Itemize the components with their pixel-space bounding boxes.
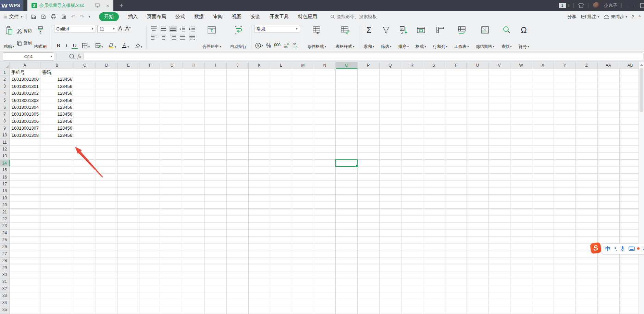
column-header-P[interactable]: P xyxy=(358,62,380,69)
help-button[interactable]: ? xyxy=(632,14,634,19)
wps-logo[interactable]: W WPS xyxy=(0,0,23,11)
row-header-33[interactable]: 33 xyxy=(0,292,10,299)
menu-tab-3[interactable]: 页面布局 xyxy=(147,12,166,21)
format-button[interactable]: 格式▾ xyxy=(414,24,428,50)
row-header-28[interactable]: 28 xyxy=(0,258,10,264)
increase-font-button[interactable]: A+ xyxy=(119,26,124,32)
rows-cols-button[interactable]: 行和列▾ xyxy=(431,24,449,50)
italic-button[interactable]: I xyxy=(64,42,69,49)
row-header-10[interactable]: 10 xyxy=(0,132,10,139)
bold-button[interactable]: B xyxy=(55,42,62,49)
ime-mic-icon[interactable] xyxy=(620,246,625,252)
row-header-11[interactable]: 11 xyxy=(0,139,10,146)
row-header-32[interactable]: 32 xyxy=(0,285,10,292)
row-header-7[interactable]: 7 xyxy=(0,111,10,118)
row-header-22[interactable]: 22 xyxy=(0,215,10,222)
ime-punctuation-button[interactable]: °, xyxy=(614,246,617,251)
column-header-O[interactable]: O xyxy=(336,62,358,69)
ime-keyboard-icon[interactable] xyxy=(629,246,635,251)
collapse-ribbon-button[interactable]: ^ xyxy=(639,14,641,19)
column-header-Z[interactable]: Z xyxy=(576,62,598,69)
insert-function-search-icon[interactable] xyxy=(69,53,75,60)
cell-B5[interactable]: 123456 xyxy=(40,97,74,104)
cell-B2[interactable]: 123456 xyxy=(40,76,74,83)
row-header-12[interactable]: 12 xyxy=(0,146,10,153)
column-header-S[interactable]: S xyxy=(423,62,445,69)
column-header-K[interactable]: K xyxy=(249,62,271,69)
align-left-button[interactable] xyxy=(150,34,158,40)
align-middle-button[interactable] xyxy=(159,26,168,32)
column-header-W[interactable]: W xyxy=(510,62,532,69)
menu-tab-7[interactable]: 视图 xyxy=(232,12,242,21)
increase-decimal-button[interactable]: ←.0.00 xyxy=(284,43,289,49)
print-preview-icon[interactable] xyxy=(61,14,66,19)
currency-button[interactable]: ¥ ▾ xyxy=(255,42,263,49)
highlight-color-button[interactable]: ▾ xyxy=(107,42,117,49)
align-center-button[interactable] xyxy=(159,34,168,40)
row-header-24[interactable]: 24 xyxy=(0,230,10,236)
align-bottom-button[interactable] xyxy=(169,26,177,32)
row-header-1[interactable]: 1 xyxy=(0,69,10,76)
row-header-26[interactable]: 26 xyxy=(0,244,10,250)
sync-status-button[interactable]: 未同步 ▾ xyxy=(604,14,627,20)
column-header-R[interactable]: R xyxy=(401,62,423,69)
cut-button[interactable]: 剪切 xyxy=(17,28,32,34)
notification-badge[interactable]: 1 xyxy=(559,3,566,8)
scroll-up-arrow-icon[interactable] xyxy=(640,64,643,66)
column-header-U[interactable]: U xyxy=(467,62,488,69)
freeze-panes-button[interactable]: 冻结窗格▾ xyxy=(474,24,496,50)
cell-A2[interactable]: 16013001300 xyxy=(10,76,40,83)
conditional-format-button[interactable]: ≠ 条件格式▾ xyxy=(306,24,328,50)
cell-A5[interactable]: 16013001303 xyxy=(10,97,40,104)
cell-B4[interactable]: 123456 xyxy=(40,90,74,97)
cell-B8[interactable]: 123456 xyxy=(40,118,74,125)
comment-button[interactable]: 批注 ▾ xyxy=(581,14,599,20)
filter-button[interactable]: 筛选▾ xyxy=(379,24,393,50)
underline-button[interactable]: U xyxy=(72,42,78,49)
formula-input[interactable] xyxy=(84,53,643,60)
cell-B6[interactable]: 123456 xyxy=(40,104,74,111)
font-family-select[interactable]: Calibri ▾ xyxy=(54,25,96,33)
file-menu-button[interactable]: ≡ 文件 ▾ xyxy=(4,14,22,20)
justify-button[interactable] xyxy=(178,34,187,40)
column-header-N[interactable]: N xyxy=(314,62,336,69)
cell-A10[interactable]: 16013001308 xyxy=(10,132,40,139)
user-name[interactable]: 小丸子 xyxy=(604,2,617,9)
percent-button[interactable]: % xyxy=(266,43,271,49)
column-header-Y[interactable]: Y xyxy=(554,62,576,69)
sum-button[interactable]: Σ 求和▾ xyxy=(362,24,376,50)
ime-more-icon[interactable] xyxy=(642,246,644,252)
menu-tab-5[interactable]: 数据 xyxy=(194,12,204,21)
export-pdf-icon[interactable] xyxy=(41,14,46,19)
user-avatar[interactable] xyxy=(593,2,600,9)
cell-A7[interactable]: 16013001305 xyxy=(10,111,40,118)
menu-tab-6[interactable]: 审阅 xyxy=(213,12,223,21)
column-header-D[interactable]: D xyxy=(96,62,118,69)
window-restore-button[interactable] xyxy=(640,3,644,8)
row-header-34[interactable]: 34 xyxy=(0,299,10,306)
decrease-decimal-button[interactable]: .00→.0 xyxy=(292,43,297,49)
borders-button[interactable]: ▾ xyxy=(80,42,91,49)
row-header-30[interactable]: 30 xyxy=(0,271,10,278)
menu-tab-1[interactable]: 开始 xyxy=(99,12,119,21)
find-button[interactable]: 查找▾ xyxy=(499,24,513,50)
share-button[interactable]: 分享 xyxy=(568,14,577,20)
column-header-L[interactable]: L xyxy=(270,62,292,69)
column-header-V[interactable]: V xyxy=(488,62,510,69)
save-icon[interactable] xyxy=(31,14,36,19)
symbol-button[interactable]: Ω 符号▾ xyxy=(517,24,531,50)
ime-chinese-mode-button[interactable]: 中 xyxy=(605,246,610,252)
column-header-I[interactable]: I xyxy=(205,62,227,69)
sogou-logo-icon[interactable]: S xyxy=(590,242,602,254)
scrollbar-thumb[interactable] xyxy=(640,68,643,112)
row-header-8[interactable]: 8 xyxy=(0,118,10,125)
redo-icon[interactable]: ↷ xyxy=(80,14,84,20)
cell-A9[interactable]: 16013001307 xyxy=(10,125,40,132)
cell-A4[interactable]: 16013001302 xyxy=(10,90,40,97)
cell-A1[interactable]: 手机号 xyxy=(10,69,40,76)
column-header-J[interactable]: J xyxy=(227,62,249,69)
row-header-31[interactable]: 31 xyxy=(0,278,10,285)
window-minimize-button[interactable]: — xyxy=(626,3,636,8)
row-header-13[interactable]: 13 xyxy=(0,153,10,160)
decrease-font-button[interactable]: A− xyxy=(125,26,131,32)
